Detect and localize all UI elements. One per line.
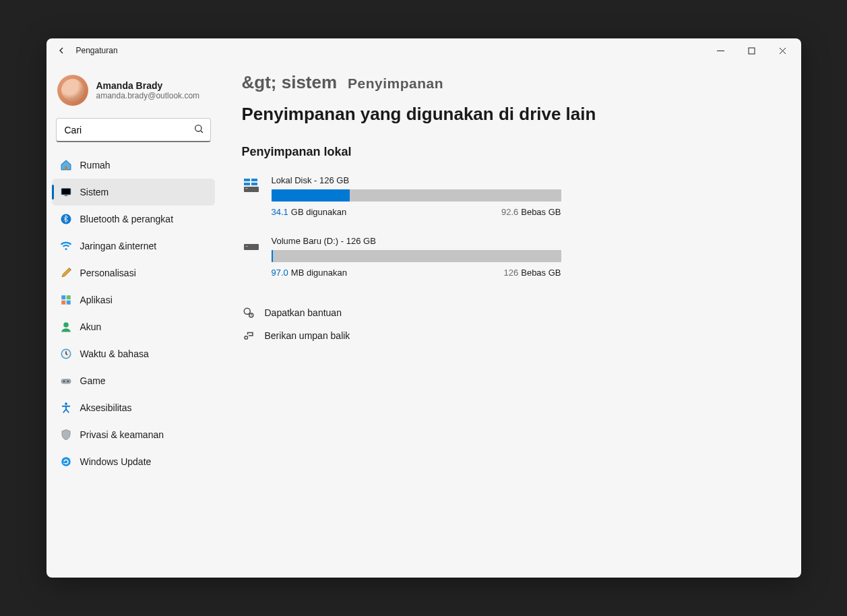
svg-point-20	[65, 402, 67, 405]
svg-point-4	[195, 125, 201, 131]
svg-point-33	[245, 336, 248, 340]
sidebar-item-label: Sistem	[80, 187, 109, 197]
gaming-icon	[60, 375, 72, 387]
breadcrumb-system[interactable]: &gt; sistem	[242, 72, 338, 93]
profile-name: Amanda Brady	[96, 80, 200, 91]
svg-rect-17	[61, 379, 71, 384]
svg-rect-1	[749, 48, 755, 54]
svg-rect-13	[61, 301, 65, 305]
back-button[interactable]	[55, 44, 68, 57]
sidebar-item-apps[interactable]: Aplikasi	[52, 286, 215, 313]
sidebar-item-network[interactable]: Jaringan &internet	[52, 233, 215, 259]
svg-point-10	[65, 248, 67, 250]
sidebar-item-label: Jaringan &internet	[80, 241, 157, 251]
privacy-icon	[60, 429, 72, 441]
feedback-link[interactable]: Berikan umpan balik	[242, 329, 774, 342]
sidebar: Amanda Brady amanda.brady@outlook.com Ru…	[46, 63, 220, 578]
svg-text:?: ?	[250, 313, 252, 317]
svg-rect-12	[66, 295, 70, 299]
search-input[interactable]	[56, 118, 211, 142]
sidebar-item-time[interactable]: Waktu & bahasa	[52, 340, 215, 367]
sidebar-item-gaming[interactable]: Game	[52, 367, 215, 394]
svg-rect-29	[245, 246, 248, 247]
sidebar-item-label: Aksesibilitas	[80, 402, 132, 413]
svg-rect-7	[61, 189, 71, 195]
sidebar-item-home[interactable]: Rumah	[52, 152, 215, 179]
get-help-link[interactable]: ? Dapatkan bantuan	[242, 306, 774, 319]
drive-icon	[242, 177, 261, 195]
sidebar-item-access[interactable]: Aksesibilitas	[52, 394, 215, 421]
sidebar-item-label: Akun	[80, 321, 102, 332]
minimize-button[interactable]	[705, 38, 736, 63]
sidebar-item-label: Windows Update	[80, 456, 152, 467]
search-field[interactable]	[56, 118, 211, 142]
drive-row[interactable]: Lokal Disk - 126 GB34.1GB digunakan92.6B…	[242, 175, 774, 217]
system-icon	[60, 186, 72, 198]
svg-point-18	[63, 381, 64, 382]
avatar	[57, 75, 88, 106]
feedback-label: Berikan umpan balik	[265, 330, 350, 341]
drive-free-value: 126	[504, 268, 519, 278]
svg-rect-6	[65, 166, 67, 170]
drive-used-label: GB digunakan	[291, 207, 346, 217]
nav-list: RumahSistemBluetooth & perangkatJaringan…	[52, 152, 215, 475]
profile-block[interactable]: Amanda Brady amanda.brady@outlook.com	[52, 75, 215, 115]
drive-free-value: 92.6	[501, 207, 518, 217]
svg-rect-22	[244, 187, 259, 192]
profile-email: amanda.brady@outlook.com	[96, 91, 200, 100]
drive-usage-bar	[272, 189, 561, 202]
sidebar-item-label: Rumah	[80, 160, 111, 171]
svg-line-5	[201, 131, 203, 133]
svg-point-19	[67, 381, 68, 382]
sidebar-item-label: Aplikasi	[80, 295, 113, 305]
drive-used-label: MB digunakan	[291, 268, 347, 278]
breadcrumb: &gt; sistem Penyimpanan Penyimpanan yang…	[242, 72, 774, 125]
svg-rect-27	[251, 183, 257, 185]
sidebar-item-update[interactable]: Windows Update	[52, 448, 215, 475]
svg-point-30	[244, 308, 250, 314]
window-title: Pengaturan	[76, 46, 118, 55]
svg-point-21	[61, 457, 71, 466]
titlebar: Pengaturan	[46, 38, 801, 63]
get-help-label: Dapatkan bantuan	[265, 307, 342, 318]
breadcrumb-storage[interactable]: Penyimpanan	[348, 75, 443, 92]
drive-name: Volume Baru (D:) - 126 GB	[272, 236, 561, 246]
apps-icon	[60, 294, 72, 306]
svg-rect-26	[244, 183, 250, 185]
close-button[interactable]	[767, 38, 798, 63]
network-icon	[60, 240, 72, 252]
sidebar-item-bluetooth[interactable]: Bluetooth & perangkat	[52, 206, 215, 233]
drive-used-value: 97.0	[272, 268, 288, 278]
sidebar-item-label: Waktu & bahasa	[80, 348, 149, 359]
drive-used-value: 34.1	[272, 207, 288, 217]
access-icon	[60, 402, 72, 414]
help-icon: ?	[242, 306, 255, 319]
drive-name: Lokal Disk - 126 GB	[272, 175, 561, 185]
sidebar-item-label: Personalisasi	[80, 268, 136, 278]
home-icon	[60, 159, 72, 171]
svg-point-15	[63, 322, 69, 328]
svg-rect-0	[717, 51, 724, 51]
svg-rect-28	[244, 244, 259, 250]
sidebar-item-personalize[interactable]: Personalisasi	[52, 259, 215, 286]
drive-free-label: Bebas GB	[521, 207, 561, 217]
breadcrumb-page-title: Penyimpanan yang digunakan di drive lain	[242, 104, 596, 125]
time-icon	[60, 348, 72, 360]
sidebar-item-label: Privasi & keamanan	[80, 429, 164, 440]
svg-rect-11	[61, 295, 65, 299]
sidebar-item-system[interactable]: Sistem	[52, 179, 215, 206]
sidebar-item-accounts[interactable]: Akun	[52, 313, 215, 340]
search-icon	[193, 123, 204, 137]
svg-rect-24	[244, 179, 250, 181]
drive-row[interactable]: Volume Baru (D:) - 126 GB97.0MB digunaka…	[242, 236, 774, 278]
sidebar-item-label: Bluetooth & perangkat	[80, 214, 174, 224]
maximize-button[interactable]	[736, 38, 767, 63]
svg-rect-14	[66, 301, 70, 305]
update-icon	[60, 456, 72, 468]
personalize-icon	[60, 267, 72, 279]
bluetooth-icon	[60, 213, 72, 225]
sidebar-item-privacy[interactable]: Privasi & keamanan	[52, 421, 215, 448]
feedback-icon	[242, 329, 255, 342]
svg-rect-23	[245, 188, 248, 189]
drive-usage-bar	[272, 250, 561, 262]
